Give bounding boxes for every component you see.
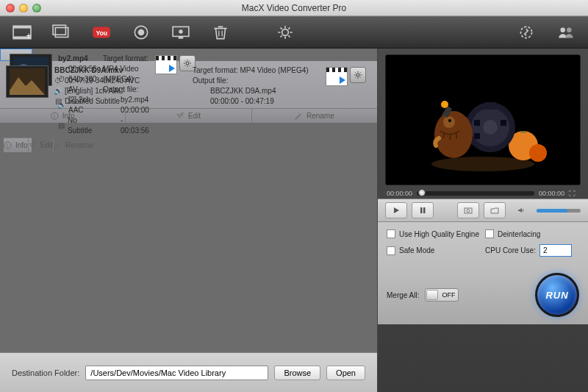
content-area: by2.mp4 ⏱00:03:56 640x360 AV 🔊[2] 2ch AA… [0, 49, 588, 392]
svg-text:You: You [96, 29, 107, 37]
file-item[interactable]: by2.mp4 ⏱00:03:56 640x360 AV 🔊[2] 2ch AA… [0, 49, 32, 61]
svg-point-9 [138, 29, 145, 36]
youtube-icon[interactable]: You [87, 21, 116, 44]
update-icon[interactable] [512, 21, 541, 44]
file-rename-button[interactable]: Rename [54, 138, 93, 152]
destination-label: Destination Folder: [12, 368, 79, 377]
svg-text:i: i [7, 142, 8, 149]
svg-rect-43 [423, 207, 426, 213]
safe-mode-checkbox[interactable] [387, 246, 395, 255]
left-pane: by2.mp4 ⏱00:03:56 640x360 AV 🔊[2] 2ch AA… [0, 49, 378, 392]
add-photo-icon[interactable] [47, 21, 76, 44]
svg-point-12 [179, 29, 182, 33]
svg-point-15 [560, 28, 565, 33]
run-button[interactable]: RUN [535, 273, 579, 317]
settings-icon[interactable] [270, 21, 300, 44]
player-controls [378, 199, 588, 222]
record-icon[interactable] [126, 21, 156, 44]
account-icon[interactable] [551, 21, 581, 44]
file-edit-button[interactable]: Edit [29, 138, 54, 152]
safe-mode-label: Safe Mode [399, 246, 434, 254]
svg-rect-37 [474, 133, 480, 139]
play-button[interactable] [385, 202, 407, 218]
high-quality-label: Use High Quality Engine [399, 230, 479, 238]
svg-point-13 [282, 29, 289, 36]
svg-point-20 [186, 62, 189, 65]
preview-area [385, 54, 581, 185]
window-title: MacX Video Converter Pro [0, 3, 588, 13]
volume-icon[interactable] [510, 202, 532, 218]
merge-toggle[interactable]: OFF [425, 288, 459, 302]
main-toolbar: + You [0, 16, 588, 49]
svg-rect-34 [484, 102, 496, 110]
options-panel: Use High Quality Engine Deinterlacing Sa… [378, 222, 588, 270]
run-row: Merge All: OFF RUN [378, 270, 588, 324]
volume-slider[interactable] [537, 209, 581, 213]
svg-rect-36 [501, 120, 506, 126]
file-info-button[interactable]: iInfo [0, 109, 126, 123]
screen-record-icon[interactable] [166, 21, 196, 44]
snapshot-folder-button[interactable] [484, 202, 506, 218]
fullscreen-icon[interactable]: ⛶ [569, 190, 579, 197]
time-start: 00:00:00 [387, 190, 412, 197]
browse-button[interactable]: Browse [274, 366, 320, 380]
high-quality-checkbox[interactable] [387, 229, 395, 238]
pause-button[interactable] [412, 202, 434, 218]
snapshot-button[interactable] [457, 202, 479, 218]
svg-point-40 [448, 119, 451, 122]
file-target: Target format: MP4 Video (MPEG4) Output … [193, 65, 320, 107]
svg-rect-35 [474, 120, 480, 126]
merge-label: Merge All: [387, 291, 419, 299]
file-info-button[interactable]: iInfo [4, 138, 29, 152]
cpu-core-select[interactable] [539, 244, 572, 257]
destination-input[interactable] [85, 366, 268, 380]
deinterlacing-checkbox[interactable] [485, 229, 494, 238]
svg-rect-11 [179, 36, 184, 38]
svg-point-24 [356, 74, 359, 76]
svg-point-41 [441, 101, 448, 108]
titlebar: MacX Video Converter Pro [0, 0, 588, 16]
right-pane: 00:00:00 00:00:00 ⛶ Use High Quality Eng… [378, 49, 588, 392]
time-end: 00:00:00 [539, 190, 564, 197]
svg-point-30 [529, 144, 547, 162]
format-preset-button[interactable] [326, 67, 348, 86]
seek-slider[interactable] [417, 191, 534, 196]
timeline: 00:00:00 00:00:00 ⛶ [378, 188, 588, 199]
svg-point-16 [567, 28, 572, 33]
svg-text:+: + [26, 31, 31, 40]
svg-point-45 [467, 210, 470, 213]
deinterlacing-label: Deinterlacing [498, 230, 540, 238]
add-video-icon[interactable]: + [7, 21, 37, 44]
svg-point-33 [483, 120, 498, 135]
svg-point-38 [434, 111, 473, 158]
svg-rect-42 [420, 207, 423, 213]
destination-bar: Destination Folder: Browse Open [0, 352, 377, 392]
format-preset-button[interactable] [155, 55, 177, 74]
cpu-core-label: CPU Core Use: [485, 246, 536, 254]
svg-point-39 [443, 116, 455, 128]
delete-icon[interactable] [206, 21, 235, 44]
file-list: by2.mp4 ⏱00:03:56 640x360 AV 🔊[2] 2ch AA… [0, 49, 377, 352]
file-edit-button[interactable]: Edit [126, 109, 251, 123]
app-window: MacX Video Converter Pro + You by2.mp4 ⏱… [0, 0, 588, 392]
file-rename-button[interactable]: Rename [252, 109, 377, 123]
svg-rect-1 [13, 26, 31, 28]
svg-text:i: i [54, 113, 55, 119]
open-button[interactable]: Open [326, 366, 365, 380]
file-thumbnail [6, 65, 49, 98]
file-settings-button[interactable] [350, 67, 366, 83]
